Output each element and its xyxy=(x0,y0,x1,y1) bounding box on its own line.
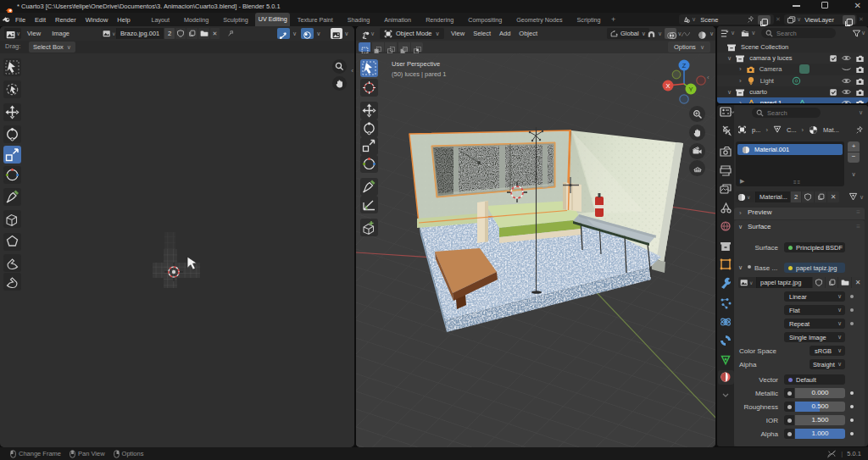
svg-text:X: X xyxy=(665,82,670,90)
svg-text:Z: Z xyxy=(682,62,687,69)
svg-text:Y: Y xyxy=(688,86,693,93)
